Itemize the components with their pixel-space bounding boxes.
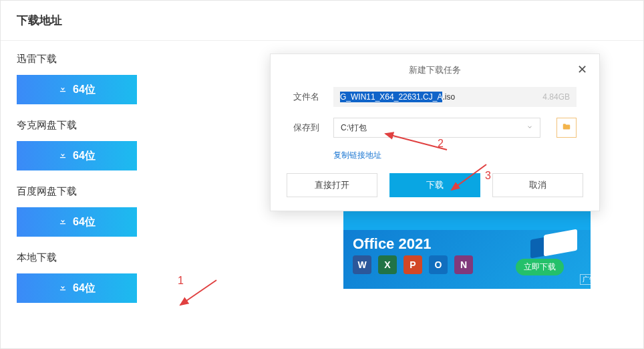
- section-header: 下载地址: [1, 1, 643, 41]
- open-direct-button[interactable]: 直接打开: [287, 173, 377, 197]
- download-icon: [58, 150, 67, 162]
- chevron-down-icon: [526, 123, 533, 132]
- saveto-dropdown[interactable]: C:\打包: [333, 118, 540, 138]
- new-download-dialog: 新建下载任务 ✕ 文件名 G_WIN11_X64_22631.CJ_A .iso…: [270, 53, 600, 211]
- ad-illustration: [524, 227, 591, 267]
- excel-icon: X: [378, 255, 397, 274]
- download-64bit-button[interactable]: 64位: [17, 273, 137, 303]
- download-icon: [58, 216, 67, 228]
- powerpoint-icon: P: [404, 255, 422, 274]
- download-button-label: 64位: [73, 281, 96, 296]
- copy-link-address[interactable]: 复制链接地址: [333, 150, 381, 160]
- close-icon: ✕: [577, 63, 587, 76]
- download-icon: [58, 84, 67, 96]
- ad-tag-label: 广告: [580, 274, 591, 285]
- download-64bit-button[interactable]: 64位: [17, 75, 137, 104]
- download-64bit-button[interactable]: 64位: [17, 141, 137, 170]
- word-icon: W: [353, 255, 371, 274]
- dialog-title: 新建下载任务: [409, 65, 461, 75]
- close-button[interactable]: ✕: [577, 62, 587, 77]
- download-button-label: 64位: [73, 149, 96, 163]
- ad-title: Office 2021: [353, 235, 431, 253]
- download-button[interactable]: 下载: [389, 173, 480, 197]
- download-64bit-button[interactable]: 64位: [17, 207, 137, 237]
- folder-icon: [561, 122, 572, 134]
- download-button-label: 64位: [73, 83, 96, 97]
- saveto-value: C:\打包: [341, 122, 367, 134]
- download-icon: [58, 282, 67, 294]
- onenote-icon: N: [454, 255, 473, 274]
- download-button-label: 64位: [73, 215, 96, 229]
- filename-label: 文件名: [293, 91, 323, 103]
- cancel-button[interactable]: 取消: [492, 173, 583, 197]
- page-title: 下载地址: [17, 13, 627, 28]
- filename-input[interactable]: G_WIN11_X64_22631.CJ_A .iso 4.84GB: [333, 87, 577, 107]
- filename-ext: .iso: [442, 92, 455, 102]
- ad-app-icons: W X P O N: [353, 255, 473, 274]
- browse-folder-button[interactable]: [556, 118, 577, 138]
- filesize-value: 4.84GB: [542, 92, 570, 102]
- saveto-label: 保存到: [293, 122, 323, 134]
- outlook-icon: O: [429, 255, 448, 274]
- filename-selected-text: G_WIN11_X64_22631.CJ_A: [340, 92, 442, 102]
